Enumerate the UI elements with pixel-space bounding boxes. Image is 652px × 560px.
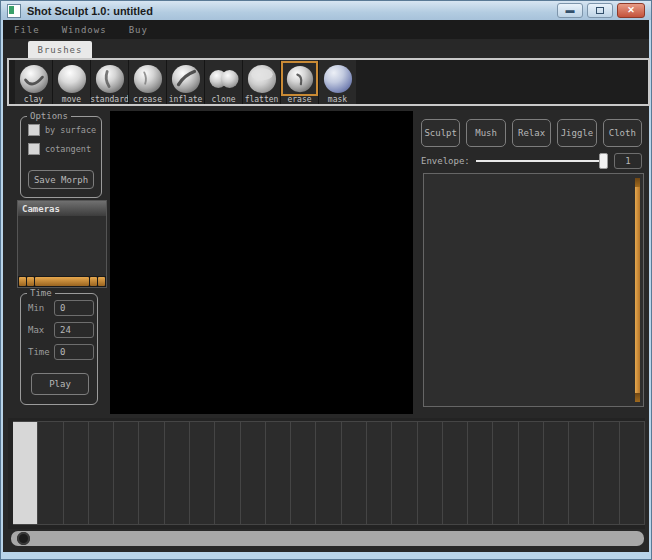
- brush-crease[interactable]: crease: [128, 60, 166, 104]
- timeline-cell[interactable]: [367, 422, 392, 524]
- timeline-cell[interactable]: [266, 422, 291, 524]
- crease-brush-icon: [133, 64, 163, 94]
- cotangent-label: cotangent: [45, 144, 91, 154]
- list-v-scrollbar[interactable]: [635, 178, 640, 402]
- save-morph-button[interactable]: Save Morph: [28, 170, 94, 189]
- timeline-cell[interactable]: [594, 422, 619, 524]
- cameras-list[interactable]: [18, 216, 106, 276]
- cameras-h-scrollbar[interactable]: [18, 276, 106, 287]
- move-brush-icon: [57, 64, 87, 94]
- options-title: Options: [27, 111, 71, 121]
- min-label: Min: [28, 303, 54, 313]
- cotangent-checkbox[interactable]: [28, 143, 40, 155]
- timeline-cell[interactable]: [493, 422, 518, 524]
- timeline-scroll-handle[interactable]: [17, 532, 30, 545]
- 3d-viewport[interactable]: [110, 111, 413, 414]
- menu-buy[interactable]: Buy: [118, 25, 159, 35]
- timeline-cell[interactable]: [13, 422, 38, 524]
- timeline-cell[interactable]: [392, 422, 417, 524]
- cameras-panel: Cameras: [17, 200, 107, 288]
- sculpt-button[interactable]: Sculpt: [421, 119, 460, 147]
- timeline-cell[interactable]: [443, 422, 468, 524]
- envelope-value-field[interactable]: 1: [614, 153, 642, 169]
- main-content: File Windows Buy Brushes clay move: [3, 20, 649, 552]
- brush-label: mask: [328, 96, 347, 104]
- min-field[interactable]: 0: [54, 300, 94, 316]
- timeline-cell[interactable]: [114, 422, 139, 524]
- brush-label: flatten: [245, 96, 279, 104]
- timeline-cell[interactable]: [569, 422, 594, 524]
- timeline-cell[interactable]: [241, 422, 266, 524]
- sculpt-mode-buttons: Sculpt Mush Relax Jiggle Cloth: [421, 119, 642, 147]
- mask-brush-icon: [323, 64, 353, 94]
- timeline-grid: [13, 421, 645, 525]
- brush-standard[interactable]: standard: [90, 60, 128, 104]
- slider-handle[interactable]: [599, 153, 608, 169]
- app-window: Shot Sculpt 1.0: untitled ▬ ✕ File Windo…: [0, 0, 652, 560]
- brush-label: crease: [133, 96, 162, 104]
- flatten-brush-icon: [247, 64, 277, 94]
- brush-clone[interactable]: clone: [204, 60, 242, 104]
- timeline-cell[interactable]: [316, 422, 341, 524]
- scroll-left-button[interactable]: [19, 277, 26, 286]
- menu-windows[interactable]: Windows: [51, 25, 118, 35]
- time-row: Time 0: [28, 344, 97, 360]
- timeline-cell[interactable]: [418, 422, 443, 524]
- brush-flatten[interactable]: flatten: [242, 60, 280, 104]
- options-group: Options by surface cotangent Save Morph: [20, 116, 102, 198]
- brush-erase[interactable]: erase: [280, 60, 318, 104]
- timeline-cell[interactable]: [190, 422, 215, 524]
- timeline-cell[interactable]: [291, 422, 316, 524]
- timeline-cell[interactable]: [165, 422, 190, 524]
- envelope-label: Envelope:: [421, 156, 470, 166]
- brush-label: inflate: [169, 96, 203, 104]
- brush-move[interactable]: move: [52, 60, 90, 104]
- clone-brush-icon: [209, 64, 239, 94]
- timeline-cell[interactable]: [519, 422, 544, 524]
- close-button[interactable]: ✕: [617, 3, 645, 18]
- scroll-right-page[interactable]: [90, 277, 97, 286]
- scroll-left-page[interactable]: [27, 277, 34, 286]
- timeline-cell[interactable]: [215, 422, 240, 524]
- scroll-right-button[interactable]: [98, 277, 105, 286]
- mush-button[interactable]: Mush: [466, 119, 505, 147]
- slider-track: [476, 160, 600, 162]
- envelope-row: Envelope: 1: [421, 153, 642, 169]
- app-icon: [7, 4, 21, 18]
- inflate-brush-icon: [171, 64, 201, 94]
- standard-brush-icon: [95, 64, 125, 94]
- jiggle-button[interactable]: Jiggle: [557, 119, 596, 147]
- minimize-button[interactable]: ▬: [557, 3, 583, 18]
- envelope-slider[interactable]: [476, 153, 608, 169]
- timeline-cell[interactable]: [64, 422, 89, 524]
- menu-file[interactable]: File: [3, 25, 51, 35]
- cotangent-row: cotangent: [28, 143, 101, 155]
- timeline-cell[interactable]: [620, 422, 645, 524]
- time-group: Time Min 0 Max 24 Time 0 Play: [20, 293, 98, 405]
- erase-brush-icon: [286, 65, 314, 93]
- by-surface-checkbox[interactable]: [28, 124, 40, 136]
- menu-bar: File Windows Buy: [3, 20, 649, 39]
- brush-mask[interactable]: mask: [318, 60, 356, 104]
- timeline-cell[interactable]: [544, 422, 569, 524]
- timeline-scrollbar[interactable]: [11, 531, 644, 546]
- cloth-button[interactable]: Cloth: [603, 119, 642, 147]
- timeline-cell[interactable]: [139, 422, 164, 524]
- scroll-thumb[interactable]: [35, 277, 89, 286]
- time-title: Time: [27, 288, 55, 298]
- timeline-cell[interactable]: [89, 422, 114, 524]
- timeline-cell[interactable]: [468, 422, 493, 524]
- time-field[interactable]: 0: [54, 344, 94, 360]
- brushes-toolbar: clay move standard crease: [7, 58, 650, 106]
- play-button[interactable]: Play: [31, 373, 89, 395]
- timeline-cell[interactable]: [342, 422, 367, 524]
- maximize-button[interactable]: [587, 3, 613, 18]
- timeline-cell[interactable]: [38, 422, 63, 524]
- brush-clay[interactable]: clay: [15, 60, 52, 104]
- by-surface-label: by surface: [45, 125, 96, 135]
- tab-brushes[interactable]: Brushes: [28, 41, 92, 58]
- max-field[interactable]: 24: [54, 322, 94, 338]
- relax-button[interactable]: Relax: [512, 119, 551, 147]
- brush-inflate[interactable]: inflate: [166, 60, 204, 104]
- clay-brush-icon: [19, 64, 49, 94]
